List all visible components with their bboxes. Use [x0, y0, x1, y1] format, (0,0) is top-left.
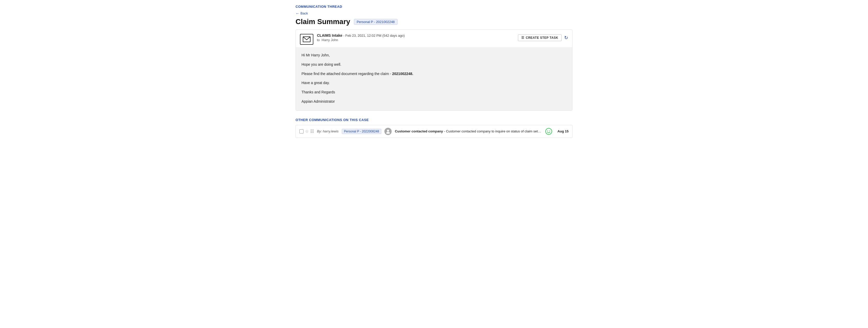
comm-summary: Customer contacted company - Customer co…	[395, 129, 542, 133]
checkbox-icon[interactable]	[300, 129, 304, 134]
claim-title: Claim Summary	[296, 18, 350, 26]
email-body-line-1: Hi Mr Harry John,	[302, 52, 566, 58]
email-body-line-6: Appian Administrator	[302, 99, 566, 105]
back-label: Back	[301, 11, 308, 15]
email-body-line-3: Please find the attached document regard…	[302, 71, 566, 77]
email-body-line-2: Hope you are doing well.	[302, 61, 566, 68]
comm-thread-title: COMMUNICATION THREAD	[296, 5, 572, 8]
note-icon: ☷	[310, 129, 314, 134]
comm-summary-bold: Customer contacted company	[395, 129, 443, 133]
email-meta: CLAIMS Intake - Feb 23, 2021, 12:02 PM (…	[317, 33, 514, 42]
other-comms-title: OTHER COMMUNICATIONS ON THIS CASE	[296, 118, 572, 122]
avatar	[384, 128, 392, 135]
svg-point-2	[386, 132, 390, 134]
email-body-line-5: Thanks and Regards	[302, 89, 566, 95]
create-step-task-button[interactable]: ☰ CREATE STEP TASK	[518, 34, 562, 41]
svg-point-1	[387, 130, 389, 132]
list-icon: ☰	[521, 36, 524, 39]
email-actions: ☰ CREATE STEP TASK ↻	[518, 34, 568, 41]
claim-header: Claim Summary Personal P - 2021002248	[296, 18, 572, 26]
email-envelope-icon	[300, 34, 313, 45]
comm-row-icons: ☆ ☷	[300, 129, 314, 134]
svg-point-5	[549, 130, 550, 131]
email-from: CLAIMS Intake	[317, 33, 342, 37]
refresh-button[interactable]: ↻	[564, 35, 568, 40]
email-header: CLAIMS Intake - Feb 23, 2021, 12:02 PM (…	[296, 30, 572, 48]
back-link[interactable]: ← Back	[296, 11, 308, 16]
email-body: Hi Mr Harry John, Hope you are doing wel…	[296, 48, 572, 110]
smiley-icon	[545, 128, 552, 135]
email-section: CLAIMS Intake - Feb 23, 2021, 12:02 PM (…	[296, 29, 572, 111]
svg-point-3	[546, 128, 552, 135]
comm-case-badge: Personal P - 2022008248	[342, 129, 381, 134]
claim-badge: Personal P - 2021002248	[354, 19, 398, 25]
star-icon[interactable]: ☆	[305, 129, 309, 134]
by-user: By: harry.lewis	[317, 129, 339, 133]
email-to: to Harry John	[317, 38, 514, 42]
back-arrow-icon: ←	[296, 11, 300, 16]
create-step-label: CREATE STEP TASK	[526, 36, 558, 39]
email-date: - Feb 23, 2021, 12:02 PM (542 days ago)	[343, 34, 405, 37]
comm-summary-text: - Customer contacted company to inquire …	[444, 129, 542, 133]
email-body-line-4: Have a great day.	[302, 80, 566, 86]
comm-date: Aug 15	[557, 129, 568, 133]
comm-row: ☆ ☷ By: harry.lewis Personal P - 2022008…	[296, 125, 572, 138]
svg-point-4	[547, 130, 548, 131]
